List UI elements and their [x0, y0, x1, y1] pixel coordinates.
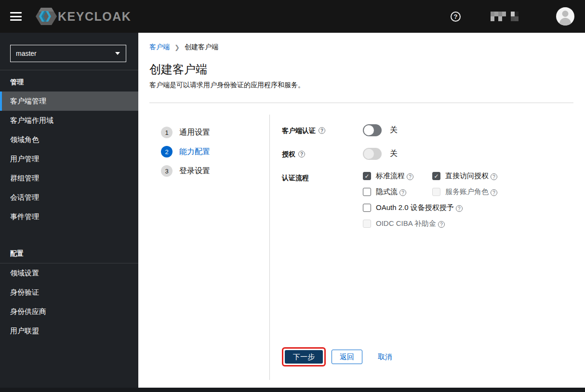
next-button[interactable]: 下一步 [285, 350, 323, 364]
authorization-row: 授权 ? 关 [282, 148, 573, 160]
redacted-username-part2 [511, 12, 519, 21]
direct-access-grants-checkbox[interactable] [432, 172, 440, 180]
cancel-link[interactable]: 取消 [378, 353, 392, 362]
keycloak-admin-console: KEYCLOAK ? master 管理 客户端管理 客户端作用域 领域角色 [0, 0, 585, 392]
breadcrumb-current: 创建客户端 [185, 43, 218, 52]
standard-flow-checkbox[interactable] [363, 172, 371, 180]
authorization-state: 关 [390, 149, 398, 159]
authorization-label: 授权 ? [282, 148, 363, 160]
client-authentication-toggle[interactable] [363, 124, 382, 136]
sidebar-item-identity-providers[interactable]: 身份供应商 [0, 302, 138, 321]
breadcrumb-clients-link[interactable]: 客户端 [149, 43, 170, 52]
sidebar-item-clients[interactable]: 客户端管理 [0, 91, 138, 111]
help-icon[interactable]: ? [491, 173, 497, 180]
sidebar-item-events[interactable]: 事件管理 [0, 207, 138, 226]
help-icon[interactable]: ? [491, 189, 497, 196]
main-content: 客户端 ❯ 创建客户端 创建客户端 客户端是可以请求用户身份验证的应用程序和服务… [138, 33, 585, 388]
realm-selector-dropdown[interactable]: master [10, 45, 126, 62]
wizard-step-capability-config[interactable]: 2 能力配置 [149, 142, 269, 161]
page-header: 客户端 ❯ 创建客户端 创建客户端 客户端是可以请求用户身份验证的应用程序和服务… [138, 33, 585, 103]
client-authentication-state: 关 [390, 125, 398, 135]
service-account-roles-checkbox [432, 188, 440, 196]
sidebar-item-sessions[interactable]: 会话管理 [0, 188, 138, 207]
authentication-flow-label: 认证流程 [282, 171, 363, 235]
nav-toggle-hamburger-icon[interactable] [10, 12, 22, 21]
masthead: KEYCLOAK ? [0, 0, 585, 33]
service-account-roles-option: 服务账户角色 ? [432, 187, 497, 196]
redacted-username [491, 12, 506, 21]
step-number-badge: 2 [161, 146, 173, 157]
keycloak-logo-text: KEYCLOAK [58, 10, 131, 24]
create-client-wizard: 1 通用设置 2 能力配置 3 登录设置 客户端认证 ? [138, 103, 585, 388]
standard-flow-option: 标准流程 ? [363, 171, 432, 181]
help-icon[interactable]: ? [451, 12, 461, 22]
user-avatar-icon[interactable] [556, 7, 574, 26]
chevron-down-icon [115, 52, 120, 55]
client-authentication-label: 客户端认证 ? [282, 124, 363, 136]
masthead-right-group: ? [451, 7, 574, 26]
sidebar: master 管理 客户端管理 客户端作用域 领域角色 用户管理 群组管理 会话… [0, 33, 138, 388]
implicit-flow-option: 隐式流 ? [363, 187, 432, 196]
wizard-step-general-settings[interactable]: 1 通用设置 [149, 123, 269, 142]
chevron-right-icon: ❯ [174, 44, 180, 51]
sidebar-item-user-federation[interactable]: 用户联盟 [0, 321, 138, 340]
breadcrumb: 客户端 ❯ 创建客户端 [149, 43, 573, 52]
page-subtitle: 客户端是可以请求用户身份验证的应用程序和服务。 [149, 80, 573, 90]
keycloak-logo: KEYCLOAK [36, 6, 131, 26]
help-icon[interactable]: ? [298, 151, 305, 157]
help-icon[interactable]: ? [319, 127, 325, 134]
help-icon[interactable]: ? [399, 189, 406, 196]
authorization-toggle [363, 148, 382, 160]
sidebar-item-realm-roles[interactable]: 领域角色 [0, 130, 138, 149]
page-bottom-strip [0, 388, 585, 392]
oauth-device-grant-checkbox[interactable] [363, 204, 371, 212]
sidebar-item-groups[interactable]: 群组管理 [0, 169, 138, 188]
keycloak-logo-icon [36, 6, 57, 26]
realm-selector-value: master [16, 50, 37, 57]
direct-access-grants-option: 直接访问授权 ? [432, 171, 497, 181]
help-icon[interactable]: ? [407, 173, 413, 180]
wizard-actions: 下一步 返回 取消 [282, 347, 573, 366]
help-icon[interactable]: ? [438, 221, 445, 228]
sidebar-item-client-scopes[interactable]: 客户端作用域 [0, 111, 138, 130]
sidebar-item-users[interactable]: 用户管理 [0, 149, 138, 169]
realm-selector-block: master [0, 33, 138, 70]
oidc-ciba-grant-checkbox [363, 220, 371, 228]
nav-section-title-manage: 管理 [0, 70, 138, 91]
page-title: 创建客户端 [149, 62, 573, 77]
step-number-badge: 1 [161, 127, 173, 138]
wizard-steps: 1 通用设置 2 能力配置 3 登录设置 [138, 103, 269, 388]
capability-config-form: 客户端认证 ? 关 授权 ? 关 [270, 103, 585, 388]
help-icon[interactable]: ? [456, 205, 463, 212]
client-authentication-row: 客户端认证 ? 关 [282, 124, 573, 136]
sidebar-item-realm-settings[interactable]: 领域设置 [0, 263, 138, 283]
sidebar-item-authentication[interactable]: 身份验证 [0, 283, 138, 302]
authorization-control: 关 [363, 148, 398, 160]
implicit-flow-checkbox[interactable] [363, 188, 371, 196]
step-number-badge: 3 [161, 165, 173, 177]
annotation-highlight: 下一步 [282, 347, 326, 366]
authentication-flow-options: 标准流程 ? 直接访问授权 ? [363, 171, 497, 235]
authentication-flow-row: 认证流程 标准流程 ? 直接访问授权 ? [282, 171, 573, 235]
wizard-step-login-settings[interactable]: 3 登录设置 [149, 161, 269, 181]
oidc-ciba-grant-option: OIDC CIBA 补助金 ? [363, 219, 445, 228]
back-button[interactable]: 返回 [332, 350, 362, 364]
client-authentication-control: 关 [363, 124, 398, 136]
nav-section-title-configure: 配置 [0, 242, 138, 263]
oauth-device-grant-option: OAuth 2.0 设备授权授予 ? [363, 203, 463, 212]
